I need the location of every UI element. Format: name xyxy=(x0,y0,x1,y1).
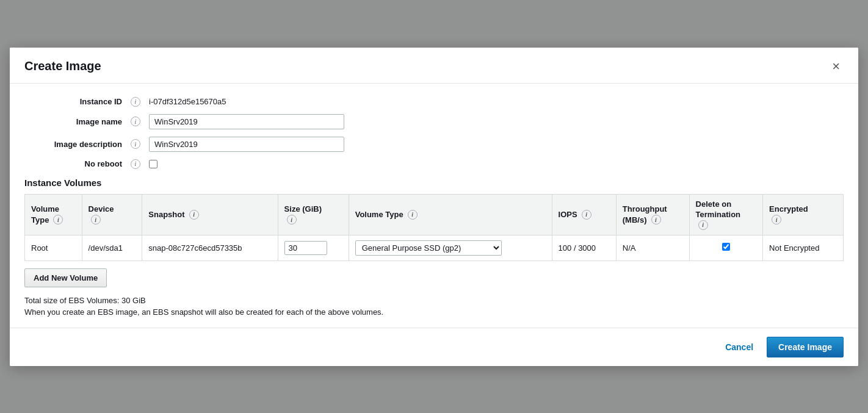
th-size-info-icon: i xyxy=(287,215,297,224)
image-name-input[interactable] xyxy=(149,114,344,129)
instance-id-value: i-07df312d5e15670a5 xyxy=(149,97,226,106)
no-reboot-label: No reboot xyxy=(24,159,128,168)
no-reboot-info-icon: i xyxy=(131,159,140,169)
volumes-table: Volume Type i xyxy=(24,194,844,261)
cell-vol-type: Root xyxy=(25,235,82,260)
th-device-info-icon: i xyxy=(91,215,101,224)
instance-id-info-icon: i xyxy=(131,97,140,107)
th-delete-on-term: Delete on Termination i xyxy=(689,194,762,235)
create-image-button[interactable]: Create Image xyxy=(767,337,844,357)
modal-footer: Cancel Create Image xyxy=(10,328,858,366)
cell-snapshot: snap-08c727c6ecd57335b xyxy=(142,235,278,260)
th-throughput-label2: (MB/s) xyxy=(623,215,647,224)
footer-info-line1: Total size of EBS Volumes: 30 GiB xyxy=(24,296,844,305)
table-row: Root/dev/sda1snap-08c727c6ecd57335bGener… xyxy=(25,235,844,260)
image-name-row: Image name i xyxy=(24,114,844,129)
th-size-label: Size (GiB) xyxy=(284,204,322,214)
size-input[interactable] xyxy=(284,241,327,255)
cell-throughput: N/A xyxy=(616,235,689,260)
modal-overlay: Create Image × Instance ID i i-07df312d5… xyxy=(0,0,868,413)
th-device-label: Device xyxy=(89,204,114,214)
image-description-row: Image description i xyxy=(24,137,844,152)
instance-volumes-title: Instance Volumes xyxy=(24,178,844,188)
cell-delete-on-term[interactable] xyxy=(689,235,762,260)
delete-on-term-checkbox[interactable] xyxy=(722,243,730,251)
no-reboot-row: No reboot i xyxy=(24,159,844,169)
th-delete-label2: Termination xyxy=(696,210,740,219)
modal-title: Create Image xyxy=(24,59,101,73)
th-encrypted-label: Encrypted xyxy=(769,204,808,214)
th-throughput-info-icon: i xyxy=(651,215,661,224)
th-size: Size (GiB) i xyxy=(278,194,349,235)
th-snapshot-info-icon: i xyxy=(189,210,199,220)
th-iops-info-icon: i xyxy=(582,210,591,220)
vol-type-select[interactable]: General Purpose SSD (gp2)General Purpose… xyxy=(355,240,502,256)
instance-id-row: Instance ID i i-07df312d5e15670a5 xyxy=(24,97,844,107)
th-iops-label: IOPS xyxy=(559,210,577,219)
th-vol-type-col: Volume Type i xyxy=(349,194,552,235)
cell-size[interactable] xyxy=(278,235,349,260)
th-volume-type: Volume Type i xyxy=(25,194,82,235)
image-description-info-icon: i xyxy=(131,139,140,149)
cell-encrypted: Not Encrypted xyxy=(763,235,844,260)
image-name-info-icon: i xyxy=(131,117,140,126)
no-reboot-checkbox[interactable] xyxy=(149,160,157,168)
cell-vol-type-select[interactable]: General Purpose SSD (gp2)General Purpose… xyxy=(349,235,552,260)
footer-info: Total size of EBS Volumes: 30 GiB When y… xyxy=(10,296,858,328)
th-vol-type-info-icon: i xyxy=(53,215,63,224)
th-encrypted-info-icon: i xyxy=(772,215,781,224)
image-description-input[interactable] xyxy=(149,137,344,152)
th-iops: IOPS i xyxy=(552,194,616,235)
th-delete-info-icon: i xyxy=(698,220,708,230)
add-volume-button[interactable]: Add New Volume xyxy=(24,268,107,287)
th-device: Device i xyxy=(82,194,142,235)
form-section: Instance ID i i-07df312d5e15670a5 Image … xyxy=(24,97,844,169)
cell-device: /dev/sda1 xyxy=(82,235,142,260)
th-encrypted: Encrypted i xyxy=(763,194,844,235)
cell-iops: 100 / 3000 xyxy=(552,235,616,260)
th-delete-label1: Delete on xyxy=(696,199,732,209)
cancel-button[interactable]: Cancel xyxy=(719,339,759,356)
table-header-row: Volume Type i xyxy=(25,194,844,235)
th-snapshot: Snapshot i xyxy=(142,194,278,235)
create-image-modal: Create Image × Instance ID i i-07df312d5… xyxy=(10,48,858,366)
th-vol-type-col-label: Volume Type xyxy=(355,210,403,219)
modal-body: Instance ID i i-07df312d5e15670a5 Image … xyxy=(10,84,858,296)
th-vol-type-col-info-icon: i xyxy=(408,210,418,220)
th-snapshot-label: Snapshot xyxy=(148,210,184,219)
th-throughput-label1: Throughput xyxy=(623,204,667,214)
th-vol-label1: Volume xyxy=(31,204,59,214)
footer-info-line2: When you create an EBS image, an EBS sna… xyxy=(24,307,844,317)
modal-header: Create Image × xyxy=(10,48,858,84)
image-name-label: Image name xyxy=(24,117,128,126)
th-vol-label2: Type xyxy=(31,215,49,224)
th-throughput: Throughput (MB/s) i xyxy=(616,194,689,235)
image-description-label: Image description xyxy=(24,140,128,149)
close-button[interactable]: × xyxy=(828,59,844,74)
instance-id-label: Instance ID xyxy=(24,97,128,106)
instance-volumes-section: Instance Volumes Volume Type xyxy=(24,178,844,296)
